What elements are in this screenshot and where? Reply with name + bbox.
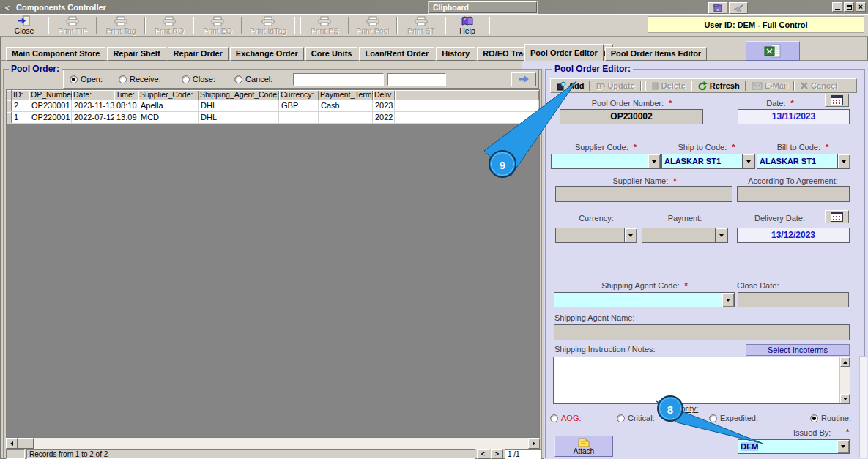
priority-aog-radio[interactable]: AOG: — [550, 414, 582, 422]
grid-header-delivery[interactable]: Deliv — [373, 90, 395, 100]
filter-cancel-radio[interactable]: Cancel: — [234, 75, 272, 83]
priority-routine-radio[interactable]: Routine: — [810, 414, 851, 422]
page-prev-button[interactable]: < — [477, 449, 489, 459]
chevron-down-icon[interactable] — [837, 440, 849, 453]
currency-combo[interactable] — [555, 228, 637, 243]
page-next-button[interactable]: > — [491, 449, 503, 459]
grid-horizontal-scrollbar[interactable] — [6, 438, 540, 449]
row-selector[interactable] — [7, 100, 12, 112]
scroll-down-button[interactable] — [840, 394, 850, 403]
scroll-left-button[interactable] — [6, 438, 18, 449]
table-row[interactable]: 2 OP230001 2023-11-13 08:10 Apella DHL G… — [7, 100, 539, 112]
scrollbar-track[interactable] — [34, 438, 528, 449]
notes-vertical-scrollbar[interactable] — [839, 357, 850, 403]
print-pool-button[interactable]: Print Pool — [352, 15, 394, 36]
add-button[interactable]: Add — [552, 80, 587, 92]
date-field[interactable]: 13/11/2023 — [738, 109, 850, 124]
export-excel-button[interactable] — [746, 41, 800, 61]
ship-to-code-combo[interactable]: ALASKAR ST1 — [661, 154, 755, 169]
tab-exchange-order[interactable]: Exchange Order — [230, 47, 304, 61]
shipping-agent-name-field — [554, 324, 850, 340]
chevron-down-icon[interactable] — [742, 154, 754, 168]
shipping-notes-textarea[interactable] — [554, 357, 839, 403]
grid-header-shipping-agent-code[interactable]: Shipping_Agent_Code: — [199, 90, 279, 100]
row-selector[interactable] — [7, 112, 12, 124]
payment-combo[interactable] — [642, 228, 728, 243]
chevron-down-icon[interactable] — [648, 154, 660, 168]
priority-critical-radio[interactable]: Critical: — [617, 414, 655, 422]
print-tag-button[interactable]: Print Tag — [100, 15, 142, 36]
grid-header-date[interactable]: Date: — [72, 90, 114, 100]
scroll-right-button[interactable] — [528, 438, 540, 449]
grid-header-op-number[interactable]: OP_Number: — [29, 90, 72, 100]
print-idtag-button[interactable]: Print IdTag — [245, 15, 292, 36]
print-ps-button[interactable]: Print PS — [303, 15, 346, 36]
tab-loan-rent-order[interactable]: Loan/Rent Order — [359, 47, 434, 61]
filter-open-radio[interactable]: Open: — [70, 75, 103, 83]
tab-repair-order[interactable]: Repair Order — [168, 47, 229, 61]
close-button[interactable]: Close — [3, 15, 45, 36]
filter-go-button[interactable] — [511, 72, 536, 86]
grid-header-payment-term[interactable]: Payment_Term: — [319, 90, 373, 100]
date-calendar-button[interactable] — [825, 94, 849, 107]
grid-header-id[interactable]: ID: — [12, 90, 29, 100]
filter-close-radio[interactable]: Close: — [182, 75, 215, 83]
grid-header-currency[interactable]: Currency: — [279, 90, 319, 100]
attachment-note-icon — [577, 438, 590, 447]
delivery-date-calendar-button[interactable] — [825, 210, 849, 223]
cell-op-number: OP230001 — [29, 100, 72, 112]
print-tif-button[interactable]: Print TIF — [51, 15, 94, 36]
close-window-button[interactable]: × — [856, 2, 866, 12]
help-button[interactable]: Help — [448, 15, 486, 36]
radio-icon — [70, 75, 78, 83]
cancel-button[interactable]: Cancel — [796, 80, 841, 92]
storage-icon-button[interactable]: s — [708, 2, 727, 14]
email-button[interactable]: E-Mail — [748, 80, 792, 92]
priority-expedited-radio[interactable]: Expedited: — [709, 414, 758, 422]
tab-pool-order-editor[interactable]: Pool Order Editor — [524, 44, 604, 61]
select-incoterms-button[interactable]: Select Incoterms — [746, 344, 850, 356]
filter-search-input-1[interactable] — [293, 73, 384, 86]
print-eo-button[interactable]: Print EO — [196, 15, 239, 36]
aircraft-icon-button[interactable] — [729, 2, 748, 14]
filter-receive-radio[interactable]: Receive: — [119, 75, 161, 83]
tab-history[interactable]: History — [436, 47, 475, 61]
delivery-date-field[interactable]: 13/12/2023 — [737, 228, 850, 243]
tab-pool-order-items-editor[interactable]: Pool Order Items Editor — [605, 47, 707, 61]
tab-core-units[interactable]: Core Units — [305, 47, 358, 61]
grid-header-selector[interactable] — [7, 90, 12, 100]
chevron-down-icon[interactable] — [722, 293, 734, 307]
cell-currency — [279, 112, 319, 124]
chevron-down-icon[interactable] — [715, 228, 727, 242]
app-icon — [2, 2, 13, 12]
supplier-code-combo[interactable] — [551, 154, 661, 169]
restore-button[interactable] — [844, 2, 854, 12]
editor-tab-strip: Pool Order Editor Pool Order Items Edito… — [524, 43, 707, 61]
print-st-button[interactable]: Print ST — [400, 15, 442, 36]
grid-header-time[interactable]: Time: — [114, 90, 138, 100]
clipboard-window-titlebar[interactable]: Clipboard — [429, 1, 537, 13]
pool-order-editor-title: Pool Order Editor: — [552, 64, 633, 74]
filter-search-input-2[interactable] — [387, 73, 446, 86]
tab-repair-shelf[interactable]: Repair Shelf — [107, 47, 166, 61]
chevron-down-icon[interactable] — [624, 228, 637, 242]
editor-vertical-scrollbar[interactable] — [859, 356, 867, 458]
grid-header-supplier-code[interactable]: Supplier_Code: — [138, 90, 199, 100]
tab-main-component-store[interactable]: Main Component Store — [6, 47, 105, 61]
refresh-button[interactable]: Refresh — [694, 80, 743, 92]
bill-to-code-combo[interactable]: ALASKAR ST1 — [757, 154, 850, 169]
issued-by-combo[interactable]: DEM — [738, 439, 850, 454]
scrollbar-thumb[interactable] — [18, 438, 34, 449]
print-ro-button[interactable]: Print RO — [148, 15, 190, 36]
scroll-up-button[interactable] — [840, 357, 850, 367]
window-title: Components Controller — [16, 3, 106, 12]
attach-button[interactable]: Attach — [554, 436, 613, 457]
update-button[interactable]: B Update — [592, 80, 638, 92]
records-count-text: Records from 1 to 2 of 2 — [26, 449, 475, 459]
chevron-down-icon[interactable] — [837, 154, 850, 168]
delete-button[interactable]: Delete — [648, 80, 689, 92]
shipping-agent-code-combo[interactable] — [554, 292, 735, 307]
currency-label: Currency: — [555, 214, 637, 223]
minimize-button[interactable] — [832, 2, 842, 12]
table-row[interactable]: 1 OP220001 2022-07-12 13:09 MCD DHL 2022 — [7, 112, 539, 124]
